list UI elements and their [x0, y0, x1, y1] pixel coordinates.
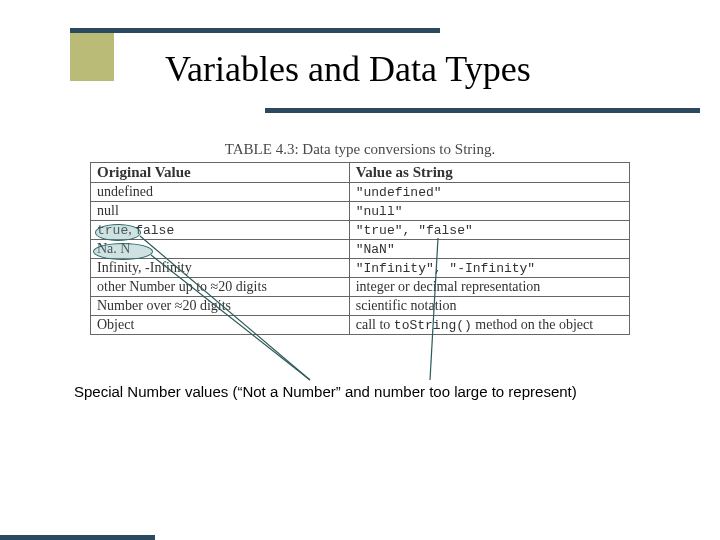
cell-fragment: call to	[356, 317, 394, 332]
slide-title: Variables and Data Types	[165, 48, 531, 90]
mid-horizontal-rule	[265, 108, 700, 113]
cell-original: undefined	[91, 183, 350, 202]
annotation-text: Special Number values (“Not a Number” an…	[74, 383, 577, 400]
cell-original: null	[91, 202, 350, 221]
olive-accent-square	[70, 33, 114, 81]
table-row: Infinity, -Infinity "Infinity", "-Infini…	[91, 259, 630, 278]
table-row: other Number up to ≈20 digits integer or…	[91, 278, 630, 297]
data-type-table: Original Value Value as String undefined…	[90, 162, 630, 335]
cell-string: "null"	[349, 202, 629, 221]
cell-original: other Number up to ≈20 digits	[91, 278, 350, 297]
table-row: Number over ≈20 digits scientific notati…	[91, 297, 630, 316]
callout-oval-infinity	[93, 243, 153, 260]
cell-fragment: -Infinity	[145, 260, 192, 275]
table-header-row: Original Value Value as String	[91, 163, 630, 183]
table-caption: TABLE 4.3: Data type conversions to Stri…	[0, 141, 720, 158]
table-row: Na. N "NaN"	[91, 240, 630, 259]
cell-fragment: false	[135, 223, 174, 238]
top-horizontal-rule	[70, 28, 440, 33]
cell-string: "true", "false"	[349, 221, 629, 240]
cell-string: "Infinity", "-Infinity"	[349, 259, 629, 278]
cell-fragment: toString()	[394, 318, 472, 333]
cell-string: call to toString() method on the object	[349, 316, 629, 335]
cell-fragment: method on the object	[472, 317, 593, 332]
table-header-col2: Value as String	[349, 163, 629, 183]
table-header-col1: Original Value	[91, 163, 350, 183]
cell-string: "undefined"	[349, 183, 629, 202]
table-row: null "null"	[91, 202, 630, 221]
cell-fragment: Infinity	[97, 260, 138, 275]
cell-string: scientific notation	[349, 297, 629, 316]
cell-original: Number over ≈20 digits	[91, 297, 350, 316]
table-row: true, false "true", "false"	[91, 221, 630, 240]
table-row: undefined "undefined"	[91, 183, 630, 202]
callout-oval-nan	[95, 224, 141, 241]
bottom-horizontal-rule	[0, 535, 155, 540]
table-row: Object call to toString() method on the …	[91, 316, 630, 335]
cell-original: Infinity, -Infinity	[91, 259, 350, 278]
cell-original: Object	[91, 316, 350, 335]
cell-string: "NaN"	[349, 240, 629, 259]
cell-string: integer or decimal representation	[349, 278, 629, 297]
